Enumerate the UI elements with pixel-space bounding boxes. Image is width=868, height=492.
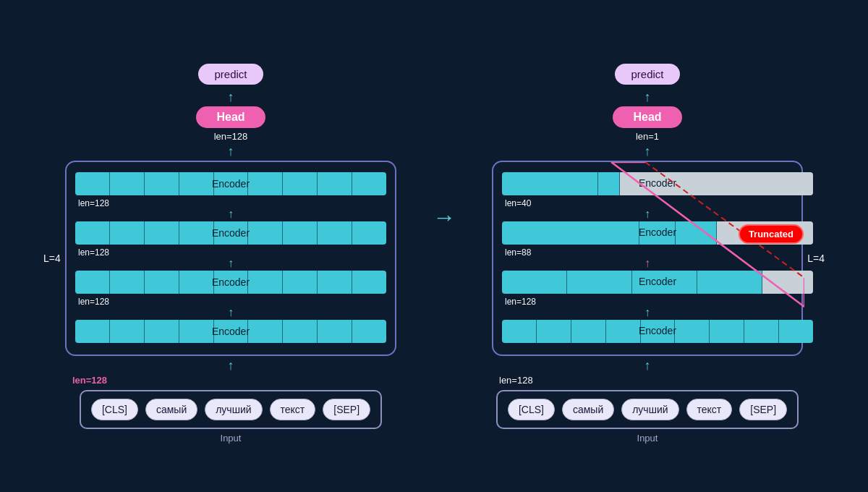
left-arrow-2: ↑: [228, 258, 234, 269]
left-l-label: L=4: [43, 253, 61, 264]
left-len-bottom: len=128: [72, 375, 107, 386]
right-token-cls: [CLS]: [508, 399, 555, 420]
left-arrow-1: ↑: [228, 208, 234, 220]
right-encoder-row-1: Encoder: [502, 172, 793, 195]
right-arrow-input: ↑: [644, 359, 651, 372]
right-len-1: len=40: [505, 198, 793, 208]
right-diagram: predict ↑ Head len=1 ↑ L=4: [492, 64, 803, 429]
left-token-3: текст: [270, 399, 316, 420]
left-input-label: Input: [221, 433, 242, 444]
right-arrow-predict: ↑: [644, 90, 651, 103]
right-len-2: len=88: [505, 247, 793, 258]
right-token-1: самый: [562, 399, 614, 420]
right-input-label: Input: [637, 433, 658, 444]
left-len-1: len=128: [78, 198, 386, 208]
right-arrow-head: ↑: [644, 145, 651, 158]
right-len-bottom: len=128: [499, 375, 533, 386]
right-arrow-1: ↑: [644, 208, 650, 220]
main-container: predict ↑ Head len=128 ↑ L=4: [14, 64, 854, 429]
left-token-sep: [SEP]: [323, 399, 370, 420]
left-head-pill: Head: [196, 106, 265, 128]
left-encoder-row-4: Encoder: [75, 320, 386, 343]
left-token-cls: [CLS]: [91, 399, 138, 420]
truncated-badge: Truncated: [739, 224, 804, 244]
right-len-3: len=128: [505, 297, 793, 307]
left-token-2: лучший: [205, 399, 262, 420]
left-len-top: len=128: [214, 131, 248, 142]
right-encoder-box: Encoder len=40 ↑ Encoder: [492, 161, 803, 356]
right-token-3: текст: [686, 399, 733, 420]
left-arrow-3: ↑: [228, 307, 234, 318]
left-arrow-predict: ↑: [228, 90, 234, 103]
left-arrow-head: ↑: [228, 145, 234, 158]
left-encoder-box: Encoder len=128 ↑: [65, 161, 396, 356]
left-arrow-input: ↑: [228, 359, 234, 372]
left-encoder-row-1: Encoder: [75, 172, 386, 195]
middle-arrow: →: [433, 204, 456, 231]
left-token-1: самый: [145, 399, 197, 420]
right-arrow-3: ↑: [644, 307, 650, 318]
right-l-label: L=4: [807, 253, 825, 264]
left-diagram: predict ↑ Head len=128 ↑ L=4: [65, 64, 396, 429]
right-predict-pill: predict: [615, 64, 679, 85]
right-input-box: [CLS] самый лучший текст [SEP]: [496, 390, 799, 429]
left-len-3: len=128: [78, 297, 386, 307]
right-encoder-row-2: Encoder Truncated: [502, 221, 793, 245]
right-head-pill: Head: [613, 106, 681, 128]
right-len-top: len=1: [636, 131, 659, 142]
left-encoder-row-3: Encoder: [75, 271, 386, 294]
right-token-2: лучший: [621, 399, 678, 420]
right-encoder-row-4: Encoder: [502, 320, 793, 343]
right-encoder-row-3: Encoder: [502, 271, 793, 294]
left-input-box: [CLS] самый лучший текст [SEP]: [80, 390, 382, 429]
left-encoder-row-2: Encoder: [75, 221, 386, 245]
left-len-2: len=128: [78, 247, 386, 258]
right-arrow-2: ↑: [644, 258, 650, 269]
left-predict-pill: predict: [198, 64, 263, 85]
right-token-sep: [SEP]: [739, 399, 787, 420]
